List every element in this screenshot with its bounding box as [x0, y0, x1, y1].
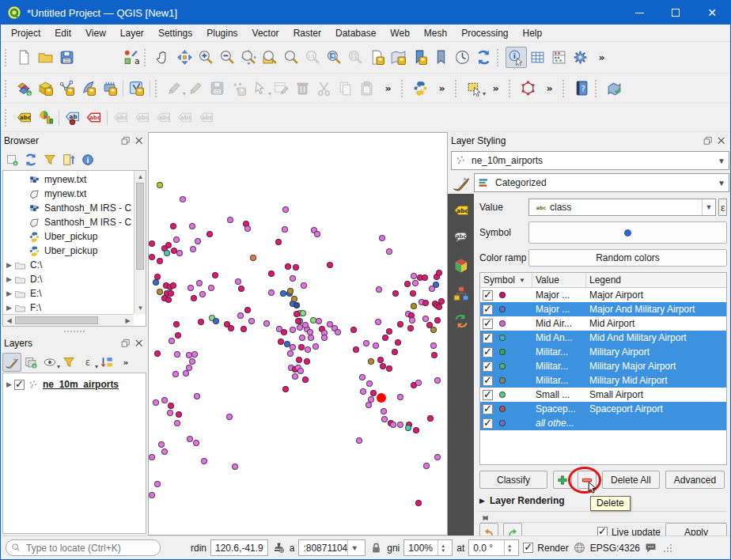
menu-web[interactable]: Web — [383, 26, 416, 40]
locator-input[interactable] — [25, 542, 155, 554]
scroll-down-icon[interactable]: ▼ — [134, 302, 146, 314]
new-map-view-button[interactable]: * — [366, 47, 388, 68]
new-spatial-bookmark-button[interactable]: * — [409, 47, 430, 68]
layer-visibility-checkbox[interactable] — [14, 380, 25, 390]
render-checkbox[interactable] — [523, 543, 533, 553]
pan-map-button[interactable] — [153, 47, 174, 68]
locator-search[interactable] — [6, 539, 161, 556]
undo-button[interactable] — [479, 523, 498, 535]
scroll-right-icon[interactable]: ▶ — [122, 315, 134, 327]
zoom-full-extent-button[interactable] — [238, 47, 259, 68]
select-features-button[interactable]: ▾ — [464, 78, 485, 99]
callouts-tab-button[interactable]: abc — [451, 228, 472, 248]
styling-layer-select[interactable]: ne_10m_airports ▼ — [451, 151, 729, 170]
toolbar-handle[interactable] — [509, 80, 515, 97]
maximize-button[interactable] — [657, 1, 694, 25]
column-header-legend[interactable]: Legend — [586, 273, 726, 287]
category-row[interactable]: Spacep...Spaceport Airport — [480, 402, 726, 416]
renderer-select[interactable]: Categorized ▼ — [474, 173, 729, 192]
menu-vector[interactable]: Vector — [245, 26, 286, 40]
apply-button[interactable]: Apply — [665, 523, 727, 535]
dock-splitter[interactable] — [1, 328, 148, 335]
minimize-button[interactable] — [621, 1, 657, 25]
temporal-contro ller-button[interactable] — [452, 47, 473, 68]
browser-horizontal-scrollbar[interactable]: ◀ ▶ — [3, 314, 134, 326]
browser-vertical-scrollbar[interactable]: ▲ ▼ — [134, 171, 146, 314]
zoom-to-layer-button[interactable] — [259, 47, 281, 68]
expander-icon[interactable]: ▶ — [3, 275, 14, 283]
zoom-last-button[interactable] — [324, 47, 345, 68]
browser-item[interactable]: ▶C:\ — [3, 258, 134, 272]
category-checkbox[interactable] — [483, 305, 493, 315]
menu-view[interactable]: View — [78, 26, 113, 40]
refresh-map-button[interactable] — [473, 47, 494, 68]
refresh-browser-button[interactable] — [21, 150, 40, 169]
layer-name[interactable]: ne_10m_airports — [43, 379, 119, 390]
python-console-button[interactable] — [410, 78, 431, 99]
rotation-box[interactable]: 0.0 °▲▼ — [468, 539, 519, 556]
category-checkbox[interactable] — [483, 390, 493, 400]
color-ramp-button[interactable]: Random colors — [528, 249, 727, 267]
toolbar-handle[interactable] — [595, 80, 601, 97]
show-spatial-bookmarks-button[interactable] — [430, 47, 452, 68]
category-checkbox[interactable] — [483, 347, 493, 358]
scroll-up-icon[interactable]: ▲ — [134, 171, 146, 183]
category-row[interactable]: Mid An...Mid And Military Airport — [480, 331, 726, 345]
category-checkbox[interactable] — [483, 290, 493, 301]
identify-features-button[interactable]: i — [506, 47, 527, 68]
toolbar-handle[interactable] — [497, 49, 503, 66]
extents-toggle-icon[interactable] — [272, 541, 286, 554]
zoom-out-button[interactable] — [217, 47, 238, 68]
delete-all-button[interactable]: Delete All — [602, 471, 660, 489]
expander-icon[interactable]: ▶ — [3, 289, 14, 297]
category-checkbox[interactable] — [483, 376, 493, 386]
new-print-layout-button[interactable] — [78, 47, 99, 68]
style-manager-button[interactable]: a — [120, 47, 142, 68]
processing-toolbox-button[interactable] — [570, 47, 591, 68]
menu-settings[interactable]: Settings — [151, 26, 199, 40]
browser-item[interactable]: ▶E:\ — [3, 286, 134, 301]
topology-checker-button[interactable] — [517, 78, 539, 99]
category-row[interactable]: Major ...Major Airport — [480, 288, 726, 302]
filter-browser-button[interactable] — [40, 150, 59, 169]
toolbar-overflow-button[interactable]: » — [377, 78, 399, 99]
toolbar-handle[interactable] — [144, 49, 150, 66]
help-contents-button[interactable]: ? — [571, 78, 593, 99]
browser-item[interactable]: ▶F:\ — [3, 301, 134, 314]
toolbar-overflow-button[interactable]: » — [539, 78, 560, 99]
check-geometries-button[interactable] — [604, 78, 625, 99]
styling-close-button[interactable] — [716, 135, 727, 146]
map-canvas[interactable] — [148, 132, 448, 535]
expander-icon[interactable]: ▶ — [3, 261, 14, 269]
toolbar-handle[interactable] — [5, 80, 11, 97]
expression-builder-button[interactable]: ε — [718, 199, 727, 216]
layer-labeling-options-button[interactable]: abc — [13, 107, 35, 128]
menu-edit[interactable]: Edit — [47, 26, 78, 40]
browser-item[interactable]: Santhosh_M IRS - C — [3, 201, 134, 215]
expander-icon[interactable]: ▶ — [479, 497, 485, 505]
layers-close-button[interactable] — [134, 338, 145, 349]
styling-float-button[interactable] — [703, 135, 714, 146]
toolbar-overflow-button[interactable]: » — [485, 78, 506, 99]
layers-float-button[interactable] — [120, 338, 131, 349]
show-layout-manager-button[interactable] — [99, 47, 120, 68]
category-row[interactable]: Mid Air...Mid Airport — [480, 316, 726, 331]
new-3d-map-view-button[interactable]: * — [388, 47, 409, 68]
browser-item[interactable]: Santhosh_M IRS - C — [3, 215, 134, 229]
layer-diagram-options-button[interactable] — [35, 107, 56, 128]
category-checkbox[interactable] — [483, 361, 493, 372]
data-source-manager-button[interactable]: + — [13, 78, 35, 99]
labels-tab-button[interactable]: abc — [451, 200, 472, 221]
show-layer-properties-button[interactable]: i — [78, 150, 97, 169]
close-button[interactable]: ✕ — [694, 1, 730, 25]
menu-raster[interactable]: Raster — [286, 26, 328, 40]
toolbar-handle[interactable] — [401, 80, 407, 97]
value-field-select[interactable]: abc class ▼ — [528, 199, 716, 216]
expander-icon[interactable]: ▶ — [3, 380, 14, 388]
category-checkbox[interactable] — [483, 404, 493, 414]
resize-grip[interactable] — [663, 543, 672, 553]
show-hide-labels-button[interactable]: abc — [83, 107, 104, 128]
browser-close-button[interactable] — [134, 135, 145, 146]
redo-button[interactable] — [503, 523, 522, 535]
filter-legend-button[interactable] — [59, 353, 78, 372]
